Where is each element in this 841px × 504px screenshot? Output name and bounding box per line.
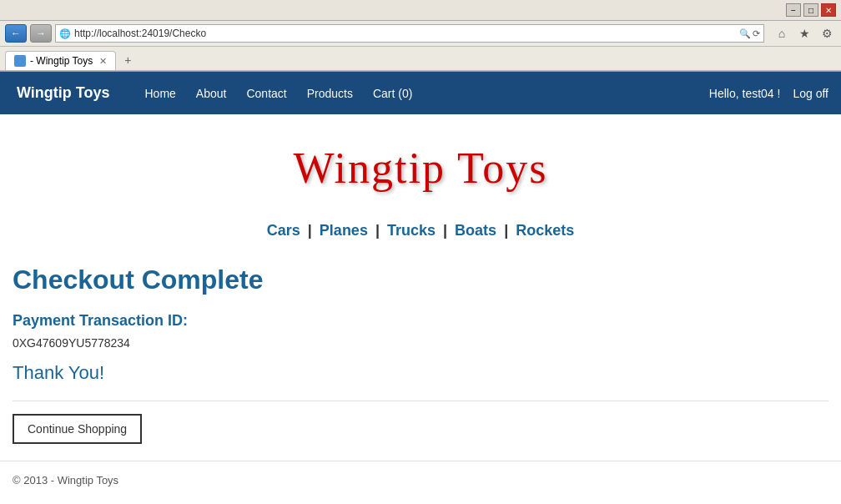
nav-home[interactable]: Home xyxy=(135,74,186,113)
refresh-icon[interactable]: ⟳ xyxy=(753,28,760,39)
transaction-id: 0XG47609YU5778234 xyxy=(13,336,828,350)
new-tab-btn[interactable]: + xyxy=(118,50,138,70)
address-bar[interactable]: 🌐 🔍 ⟳ xyxy=(55,24,764,43)
minimize-btn[interactable]: − xyxy=(786,3,801,17)
site-title: Wingtip Toys xyxy=(13,131,828,205)
home-icon[interactable]: ⌂ xyxy=(773,24,791,43)
forward-btn[interactable]: → xyxy=(30,24,52,43)
browser-tabs: - Wingtip Toys ✕ + xyxy=(0,47,841,71)
user-greeting: Hello, test04 ! xyxy=(709,87,781,100)
restore-btn[interactable]: □ xyxy=(803,3,818,17)
footer: © 2013 - Wingtip Toys xyxy=(0,461,841,499)
tools-icon[interactable]: ⚙ xyxy=(818,24,836,43)
nav-about[interactable]: About xyxy=(186,74,237,113)
checkout-title: Checkout Complete xyxy=(13,265,828,295)
browser-toolbar: ← → 🌐 🔍 ⟳ ⌂ ★ ⚙ xyxy=(0,21,841,47)
sep-1: | xyxy=(308,222,312,239)
footer-text: © 2013 - Wingtip Toys xyxy=(13,474,118,486)
main-content: Wingtip Toys Cars | Planes | Trucks | Bo… xyxy=(0,114,841,461)
close-btn[interactable]: ✕ xyxy=(821,3,836,17)
nav-right: Hello, test04 ! Log off xyxy=(709,87,828,100)
address-input[interactable] xyxy=(74,28,739,39)
tab-title: - Wingtip Toys xyxy=(30,55,93,67)
sep-3: | xyxy=(443,222,447,239)
toolbar-icons: ⌂ ★ ⚙ xyxy=(773,24,836,43)
nav-products[interactable]: Products xyxy=(297,74,363,113)
app-brand: Wingtip Toys xyxy=(13,72,127,114)
logoff-link[interactable]: Log off xyxy=(793,87,828,100)
cat-cars[interactable]: Cars xyxy=(267,222,300,239)
nav-contact[interactable]: Contact xyxy=(236,74,296,113)
address-favicon: 🌐 xyxy=(59,28,71,39)
browser-titlebar: − □ ✕ xyxy=(0,0,841,21)
continue-shopping-button[interactable]: Continue Shopping xyxy=(13,414,142,444)
back-btn[interactable]: ← xyxy=(5,24,27,43)
cat-trucks[interactable]: Trucks xyxy=(387,222,436,239)
cat-planes[interactable]: Planes xyxy=(320,222,368,239)
favorites-icon[interactable]: ★ xyxy=(795,24,813,43)
sep-4: | xyxy=(504,222,508,239)
divider xyxy=(13,401,828,401)
tab-favicon xyxy=(14,55,26,67)
category-nav: Cars | Planes | Trucks | Boats | Rockets xyxy=(13,222,828,239)
tab-close-icon[interactable]: ✕ xyxy=(99,56,107,67)
thank-you: Thank You! xyxy=(13,362,828,384)
app-navbar: Wingtip Toys Home About Contact Products… xyxy=(0,72,841,114)
cat-boats[interactable]: Boats xyxy=(455,222,496,239)
payment-label: Payment Transaction ID: xyxy=(13,312,828,330)
sep-2: | xyxy=(375,222,380,239)
browser-chrome: − □ ✕ ← → 🌐 🔍 ⟳ ⌂ ★ ⚙ - Wingtip Toys ✕ + xyxy=(0,0,841,72)
search-icon[interactable]: 🔍 xyxy=(739,28,751,39)
nav-cart[interactable]: Cart (0) xyxy=(363,74,422,113)
active-tab[interactable]: - Wingtip Toys ✕ xyxy=(5,51,116,70)
cat-rockets[interactable]: Rockets xyxy=(516,222,574,239)
